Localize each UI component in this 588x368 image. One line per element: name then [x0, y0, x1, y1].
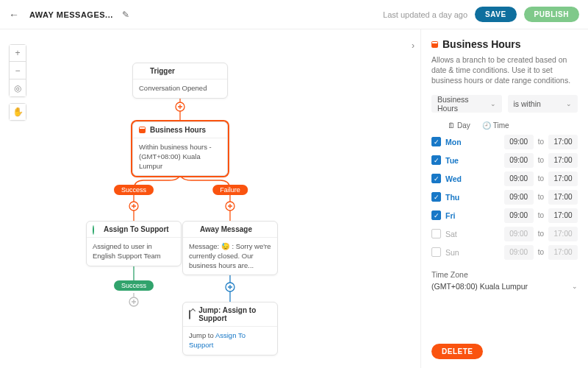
node-title: Assign To Support: [104, 225, 169, 233]
workflow-canvas[interactable]: + − ◎ ✋ ›: [0, 29, 420, 368]
day-name: Tue: [445, 156, 466, 165]
time-to-input[interactable]: 17:00: [548, 245, 578, 260]
time-to-input[interactable]: 17:00: [548, 153, 578, 168]
timezone-select[interactable]: (GMT+08:00) Kuala Lumpur⌄: [431, 279, 578, 294]
day-row-tue: ✓Tue09:00to17:00: [431, 152, 578, 169]
day-name: Wed: [445, 174, 466, 183]
to-label: to: [538, 174, 544, 183]
day-row-mon: ✓Mon09:00to17:00: [431, 134, 578, 150]
fit-view-button[interactable]: ◎: [9, 79, 26, 97]
day-row-sat: ✓Sat09:00to17:00: [431, 226, 578, 242]
branch-pill-success[interactable]: Success: [114, 185, 154, 195]
chevron-down-icon: ⌄: [572, 283, 578, 290]
calendar-icon: [431, 41, 438, 48]
day-row-thu: ✓Thu09:00to17:00: [431, 189, 578, 205]
time-from-input[interactable]: 09:00: [504, 135, 534, 149]
node-body: Jump to Assign To Support: [183, 327, 277, 355]
chevron-down-icon: ⌄: [566, 100, 572, 107]
svg-point-1: [129, 202, 138, 210]
day-name: Sat: [445, 230, 466, 238]
header: ← AWAY MESSAGES... ✎ Last updated a day …: [0, 0, 588, 29]
day-name: Sun: [445, 248, 466, 257]
calendar-icon: [139, 127, 146, 134]
day-checkbox[interactable]: ✓: [431, 174, 441, 183]
publish-button[interactable]: PUBLISH: [524, 7, 579, 22]
to-label: to: [538, 211, 544, 219]
node-title: Jump: Assign to Support: [198, 306, 271, 322]
chevron-down-icon: ⌄: [490, 100, 496, 107]
inspector-panel: Business Hours Allows a branch to be cre…: [420, 29, 588, 368]
time-from-input[interactable]: 09:00: [504, 227, 534, 241]
node-away-message[interactable]: Away Message Message: 😓 : Sorry we're cu…: [182, 221, 278, 275]
to-label: to: [538, 156, 544, 164]
node-business-hours[interactable]: Business Hours Within business hours - (…: [132, 121, 228, 176]
to-label: to: [538, 138, 544, 146]
bolt-icon: [139, 68, 146, 75]
node-body: Message: 😓 : Sorry we're currently close…: [183, 238, 277, 275]
assign-success-pill: Success: [114, 280, 154, 291]
day-name: Thu: [445, 193, 466, 202]
to-label: to: [538, 230, 544, 238]
svg-point-4: [226, 283, 234, 291]
time-from-input[interactable]: 09:00: [504, 153, 534, 168]
time-to-input[interactable]: 17:00: [548, 171, 578, 186]
day-name: Mon: [445, 138, 466, 146]
canvas-tools: + − ◎ ✋: [9, 44, 26, 127]
time-to-input[interactable]: 17:00: [548, 135, 578, 149]
svg-point-2: [226, 202, 234, 210]
panel-description: Allows a branch to be created based on d…: [431, 54, 578, 86]
day-checkbox[interactable]: ✓: [431, 247, 441, 257]
node-body: Conversation Opened: [133, 79, 227, 98]
schedule-rows: ✓Mon09:00to17:00✓Tue09:00to17:00✓Wed09:0…: [431, 134, 578, 263]
day-name: Fri: [445, 211, 466, 220]
mail-icon: [189, 226, 196, 233]
last-updated-text: Last updated a day ago: [383, 10, 467, 19]
zoom-out-button[interactable]: −: [9, 62, 26, 79]
zoom-in-button[interactable]: +: [9, 44, 26, 62]
save-button[interactable]: SAVE: [475, 7, 517, 22]
calendar-small-icon: 🗓: [448, 121, 455, 130]
time-to-input[interactable]: 17:00: [548, 208, 578, 223]
node-trigger[interactable]: Trigger Conversation Opened: [132, 63, 228, 99]
node-body: Assigned to user in English Support Team: [87, 238, 181, 266]
svg-point-0: [176, 102, 184, 111]
day-checkbox[interactable]: ✓: [431, 155, 441, 165]
node-assign-support[interactable]: Assign To Support Assigned to user in En…: [86, 221, 182, 266]
node-title: Business Hours: [150, 126, 206, 134]
time-from-input[interactable]: 09:00: [504, 171, 534, 186]
to-label: to: [538, 248, 544, 256]
clock-icon: 🕘: [482, 121, 491, 130]
schedule-columns: 🗓Day 🕘Time: [431, 121, 578, 130]
time-from-input[interactable]: 09:00: [504, 245, 534, 260]
to-label: to: [538, 193, 544, 201]
edit-icon[interactable]: ✎: [122, 10, 129, 20]
node-title: Trigger: [150, 67, 175, 75]
timezone-label: Time Zone: [431, 270, 578, 279]
delete-button[interactable]: DELETE: [431, 344, 483, 359]
node-jump[interactable]: Jump: Assign to Support Jump to Assign T…: [182, 302, 278, 355]
panel-title: Business Hours: [431, 38, 578, 50]
collapse-panel-button[interactable]: ›: [406, 35, 420, 56]
time-from-input[interactable]: 09:00: [504, 190, 534, 205]
time-from-input[interactable]: 09:00: [504, 208, 534, 223]
node-title: Away Message: [200, 225, 252, 233]
workflow-title: AWAY MESSAGES...: [29, 10, 113, 19]
day-checkbox[interactable]: ✓: [431, 210, 441, 220]
jump-icon: [189, 311, 195, 318]
svg-point-3: [129, 297, 138, 306]
time-to-input[interactable]: 17:00: [548, 227, 578, 241]
branch-pill-failure[interactable]: Failure: [212, 185, 248, 195]
time-to-input[interactable]: 17:00: [548, 190, 578, 205]
day-checkbox[interactable]: ✓: [431, 192, 441, 202]
day-row-wed: ✓Wed09:00to17:00: [431, 171, 578, 187]
day-row-fri: ✓Fri09:00to17:00: [431, 208, 578, 224]
back-arrow-icon[interactable]: ←: [9, 9, 24, 21]
day-checkbox[interactable]: ✓: [431, 229, 441, 238]
condition-type-select[interactable]: Business Hours⌄: [431, 95, 502, 113]
users-icon: [93, 226, 100, 233]
node-body: Within business hours - (GMT+08:00) Kual…: [133, 138, 227, 175]
day-row-sun: ✓Sun09:00to17:00: [431, 244, 578, 261]
day-checkbox[interactable]: ✓: [431, 137, 441, 146]
pan-tool-button[interactable]: ✋: [9, 103, 26, 121]
condition-operator-select[interactable]: is within⌄: [508, 95, 578, 113]
